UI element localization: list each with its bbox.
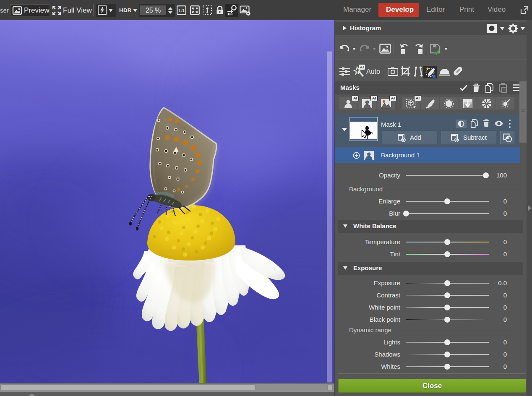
svg-text:1:1: 1:1 [178, 8, 185, 13]
